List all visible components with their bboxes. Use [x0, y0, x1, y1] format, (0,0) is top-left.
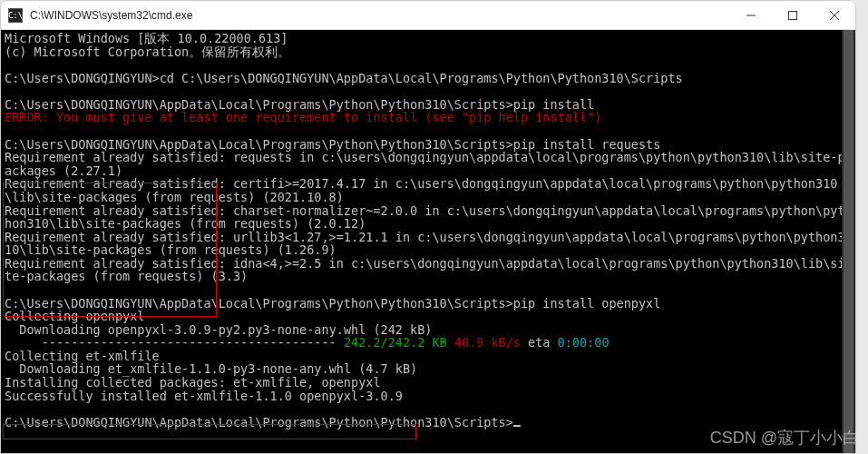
line: Requirement already satisfied: certifi>=… — [5, 176, 837, 204]
svg-rect-1 — [789, 11, 797, 19]
terminal-output[interactable]: Microsoft Windows [版本 10.0.22000.613] (c… — [1, 30, 855, 453]
cmd-icon: C:\ — [8, 8, 23, 23]
line: Successfully installed et-xmlfile-1.1.0 … — [5, 389, 403, 403]
prompt-line: C:\Users\DONGQINGYUN\AppData\Local\Progr… — [5, 415, 513, 429]
scrollbar[interactable] — [842, 30, 855, 453]
cmd-window: C:\ C:\WINDOWS\system32\cmd.exe Microsof… — [0, 0, 856, 454]
progress-rate: 40.9 kB/s — [447, 335, 521, 350]
progress-bytes: 242.2/242.2 KB — [344, 335, 447, 350]
window-title: C:\WINDOWS\system32\cmd.exe — [30, 9, 730, 22]
titlebar[interactable]: C:\ C:\WINDOWS\system32\cmd.exe — [1, 1, 855, 30]
line: Requirement already satisfied: charset-n… — [5, 203, 845, 232]
maximize-icon — [788, 11, 797, 20]
error-line: ERROR: You must give at least one requir… — [5, 110, 601, 124]
minimize-button[interactable] — [730, 1, 772, 29]
maximize-button[interactable] — [772, 1, 814, 29]
close-button[interactable] — [814, 1, 855, 29]
line: Requirement already satisfied: idna<4,>=… — [5, 256, 845, 284]
cursor — [513, 425, 521, 427]
minimize-icon — [746, 11, 756, 20]
scrollbar-thumb[interactable] — [844, 30, 853, 453]
progress-eta: 0:00:00 — [558, 335, 610, 350]
close-icon — [830, 11, 839, 20]
line: (c) Microsoft Corporation。保留所有权利。 — [5, 44, 290, 59]
window-controls — [730, 1, 855, 29]
line: C:\Users\DONGQINGYUN>cd C:\Users\DONGQIN… — [5, 71, 683, 85]
line: Requirement already satisfied: requests … — [5, 150, 845, 178]
progress-eta-label: eta — [521, 335, 558, 350]
line: Requirement already satisfied: urllib3<1… — [5, 230, 845, 258]
